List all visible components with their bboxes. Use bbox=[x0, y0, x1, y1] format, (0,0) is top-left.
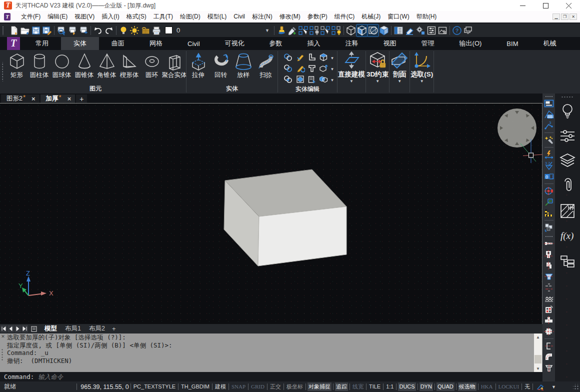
se-clean-icon[interactable] bbox=[296, 64, 305, 74]
mdi-restore-icon[interactable]: ❐ bbox=[561, 14, 568, 20]
ribbon-tab-3[interactable]: 曲面 bbox=[99, 37, 137, 50]
status-toggle[interactable]: HKA bbox=[480, 382, 494, 391]
ribbon-big-button[interactable]: 直接建模▼ bbox=[338, 50, 365, 84]
mdi-minimize-icon[interactable]: ▁ bbox=[552, 14, 560, 20]
ribbon-tab-1[interactable]: 常用 bbox=[23, 37, 61, 50]
sp-clip-icon[interactable] bbox=[559, 178, 576, 194]
ss-zeroone-icon[interactable]: 0.1 bbox=[544, 172, 554, 181]
ss-centerline-icon[interactable] bbox=[544, 282, 554, 292]
menu-item[interactable]: 标注(N) bbox=[248, 12, 276, 22]
ribbon-button[interactable]: 圆球体 bbox=[50, 52, 73, 79]
close-icon[interactable] bbox=[557, 0, 580, 11]
ss-hazard-icon[interactable] bbox=[544, 208, 554, 218]
ss-table-icon[interactable] bbox=[544, 110, 554, 119]
annotation-icon[interactable] bbox=[536, 384, 544, 390]
menu-item[interactable]: 插入(I) bbox=[98, 12, 122, 22]
status-toggle[interactable]: GRID bbox=[250, 382, 266, 391]
menu-item[interactable]: 编辑(E) bbox=[44, 12, 71, 22]
dropdown-caret-icon[interactable]: ▼ bbox=[330, 67, 334, 72]
vs-hidden-icon[interactable] bbox=[368, 24, 378, 36]
ss-spring-icon[interactable] bbox=[544, 294, 554, 303]
bulb-boxes-yellow-icon[interactable] bbox=[331, 24, 342, 36]
ribbon-button[interactable]: 聚合实体 bbox=[163, 52, 186, 79]
solid-box[interactable] bbox=[224, 170, 346, 266]
ribbon-tab-2[interactable]: 实体 bbox=[61, 37, 99, 50]
command-window-grip[interactable] bbox=[2, 348, 3, 362]
sp-tree-icon[interactable] bbox=[559, 252, 576, 270]
menu-item[interactable]: 参数(P) bbox=[304, 12, 331, 22]
add-layout-button[interactable]: + bbox=[109, 325, 119, 332]
vs-wireframe-icon[interactable] bbox=[346, 24, 356, 36]
close-tab-icon[interactable]: × bbox=[32, 95, 36, 102]
last-layout-button[interactable] bbox=[22, 325, 28, 332]
ribbon-tab-14[interactable]: 机械 bbox=[530, 37, 568, 50]
layout-tab[interactable]: 布局2 bbox=[85, 324, 109, 334]
toolbar-grip[interactable] bbox=[2, 26, 4, 35]
status-toggle[interactable]: DUCS bbox=[398, 382, 416, 391]
scroll-down-icon[interactable]: ▼ bbox=[534, 365, 542, 372]
ss-wand-icon[interactable] bbox=[544, 135, 554, 144]
menu-item[interactable]: 格式(S) bbox=[123, 12, 150, 22]
image-frame-icon[interactable] bbox=[437, 24, 448, 36]
color-swatch[interactable] bbox=[165, 26, 172, 34]
sliders-panel-icon[interactable] bbox=[426, 24, 437, 36]
clean-brush-icon[interactable] bbox=[276, 24, 287, 36]
ss-window-icon[interactable] bbox=[544, 98, 554, 108]
ss-dim32-icon[interactable]: 3.2 bbox=[544, 160, 554, 170]
status-toggle[interactable]: 1:1 bbox=[385, 382, 394, 391]
next-layout-button[interactable] bbox=[14, 325, 21, 332]
ribbon-button[interactable]: 矩形 bbox=[6, 52, 28, 79]
se-subtract-icon[interactable] bbox=[284, 64, 292, 74]
status-toggle[interactable]: PC_TEXTSTYLE bbox=[132, 382, 176, 391]
ss-funnel-icon[interactable] bbox=[544, 272, 554, 281]
plot-window-icon[interactable] bbox=[462, 24, 474, 36]
new-file-icon[interactable] bbox=[8, 24, 20, 36]
gears-icon[interactable] bbox=[415, 24, 426, 36]
help-icon[interactable]: ? bbox=[452, 24, 462, 36]
ribbon-tab-12[interactable]: 输出(O) bbox=[447, 37, 494, 50]
ss-bearing-icon[interactable] bbox=[544, 250, 554, 259]
sp-layers-icon[interactable] bbox=[559, 152, 576, 170]
ss-elbow-icon[interactable] bbox=[544, 352, 554, 362]
scrollbar-thumb[interactable] bbox=[534, 355, 542, 364]
menu-item[interactable]: 机械(J) bbox=[358, 12, 384, 22]
dropdown-caret-icon[interactable]: ▼ bbox=[330, 56, 334, 60]
props-panel-icon[interactable] bbox=[393, 24, 404, 36]
ribbon-tab-4[interactable]: 网格 bbox=[137, 37, 175, 50]
status-toggle[interactable]: TILE bbox=[368, 382, 382, 391]
ribbon-big-button[interactable]: 剖面▼ bbox=[390, 50, 409, 84]
document-tab[interactable]: 加厚*× bbox=[40, 94, 76, 103]
menu-item[interactable]: 修改(M) bbox=[276, 12, 304, 22]
status-toggle[interactable]: 追踪 bbox=[335, 382, 348, 391]
ribbon-tab-8[interactable]: 插入 bbox=[295, 37, 333, 50]
ss-motor-icon[interactable] bbox=[544, 326, 554, 336]
status-toggle[interactable]: 极坐标 bbox=[286, 382, 304, 391]
ribbon-tab-11[interactable]: 管理 bbox=[409, 37, 447, 50]
ribbon-button[interactable]: 拉伸 bbox=[187, 52, 210, 79]
document-tab[interactable]: 图形2*× bbox=[1, 94, 40, 103]
ribbon-big-button[interactable]: 3D约束▼ bbox=[366, 50, 388, 84]
minimize-icon[interactable] bbox=[511, 0, 534, 11]
menu-item[interactable]: 绘图(D) bbox=[176, 12, 204, 22]
ss-target-icon[interactable] bbox=[544, 186, 554, 196]
sp-hatch-icon[interactable] bbox=[559, 202, 576, 220]
command-input[interactable] bbox=[38, 373, 188, 380]
select-cursor2-icon[interactable] bbox=[320, 24, 331, 36]
ss-lightning-icon[interactable] bbox=[544, 150, 554, 159]
menu-item[interactable]: Civil bbox=[230, 12, 248, 22]
sp-sliders-icon[interactable] bbox=[559, 128, 576, 144]
se-union-icon[interactable] bbox=[284, 53, 292, 63]
dropdown-caret-icon[interactable]: ▼ bbox=[420, 79, 424, 84]
status-toggle[interactable]: 线宽 bbox=[352, 382, 364, 391]
ribbon-button[interactable]: 楔形体 bbox=[118, 52, 140, 79]
dropdown-caret-icon[interactable]: ▼ bbox=[330, 78, 334, 82]
status-toggle[interactable]: 无 bbox=[524, 382, 531, 391]
dropdown-caret-icon[interactable]: ▼ bbox=[398, 79, 402, 84]
ribbon-grip[interactable] bbox=[0, 50, 4, 94]
se-cubeface-icon[interactable] bbox=[319, 53, 328, 63]
ss-washer-icon[interactable] bbox=[544, 260, 554, 270]
plot-icon[interactable] bbox=[67, 24, 78, 36]
ribbon-tab-5[interactable]: Civil bbox=[175, 37, 212, 50]
save-icon[interactable] bbox=[30, 24, 42, 36]
ribbon-tab-13[interactable]: BIM bbox=[494, 37, 530, 50]
